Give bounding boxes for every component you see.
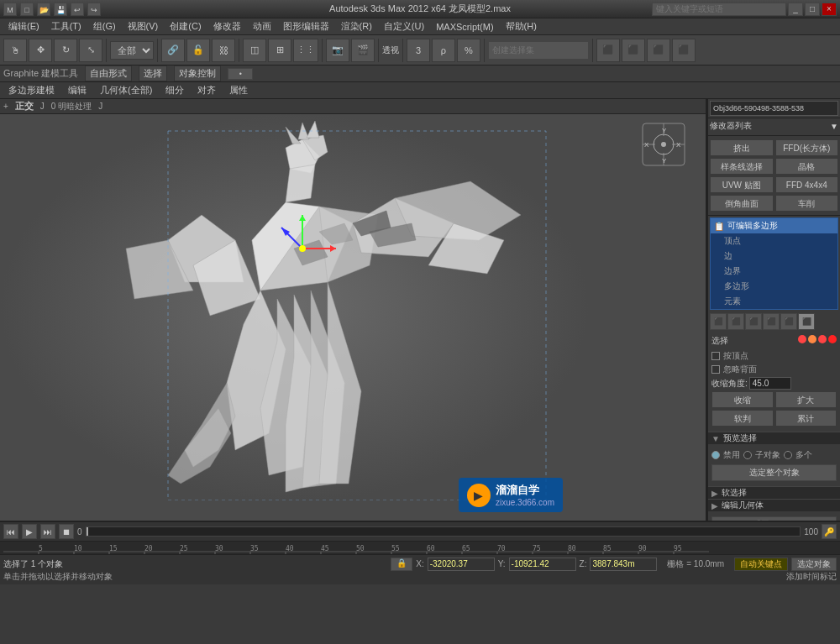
timeline-stop[interactable]: ⏹ [59,524,74,539]
mod-bevel-btn[interactable]: 倒角曲面 [710,195,774,212]
modifier-polygon[interactable]: 多边形 [711,279,837,294]
menu-animation[interactable]: 动画 [248,19,276,34]
timeline-next-key[interactable]: ⏭ [40,524,55,539]
soft-select-header[interactable]: ▶ 软选择 [708,486,840,499]
checkbox-back[interactable] [711,365,720,374]
count-btn[interactable]: 累计 [775,410,837,427]
timeline-prev-key[interactable]: ⏮ [3,524,18,539]
tool-link[interactable]: 🔗 [161,39,185,62]
mod-spline-btn[interactable]: 样条线选择 [710,158,774,175]
modifier-editable-poly[interactable]: 📋可编辑多边形 [711,218,837,233]
z-coord-input[interactable] [590,558,657,571]
checkbox-vertex[interactable] [711,352,720,360]
tool-unlink[interactable]: 🔓 [186,39,210,62]
radio-multi-btn[interactable] [784,451,792,459]
shrink-angle-input[interactable] [749,377,791,390]
tool-misc3[interactable]: ⬛ [647,39,670,62]
preview-select-header[interactable]: ▼ 预览选择 [708,432,840,444]
mod-uvw-btn[interactable]: UVW 贴图 [710,176,774,193]
select-whole-btn[interactable]: 选定整个对象 [711,464,837,481]
maximize-button[interactable]: □ [805,3,820,16]
menu-help[interactable]: 帮助(H) [501,19,542,34]
reset-btn[interactable]: 重置 1 一个 [711,516,837,521]
sub-properties[interactable]: 属性 [224,83,253,97]
tool-cam[interactable]: 📷 [326,39,349,62]
radio-subobj-btn[interactable] [743,451,752,459]
obj-control-btn[interactable]: 对象控制 [174,65,221,81]
sub-edit[interactable]: 编辑 [63,83,92,97]
shrink-btn[interactable]: 收缩 [711,391,774,408]
menu-create[interactable]: 创建(C) [165,19,206,34]
search-input[interactable] [652,3,786,16]
undo-icon[interactable]: ↩ [71,3,84,16]
tool-rotate[interactable]: ↻ [54,39,77,62]
viewport[interactable]: + 正交 J 0 明暗处理 J Total Polys: 5,246 Verts… [0,99,707,521]
tool-misc4[interactable]: ⬛ [672,39,696,62]
render-region[interactable]: ρ [432,39,455,62]
save-icon[interactable]: 💾 [54,3,67,16]
free-form-btn[interactable]: 自由形式 [85,65,132,81]
object-name-input[interactable] [710,101,838,116]
mod-tool-6[interactable]: ⬛ [798,313,815,330]
soft-btn[interactable]: 软判 [711,410,774,427]
menu-tools[interactable]: 工具(T) [46,19,87,34]
menu-customize[interactable]: 自定义(U) [379,19,429,34]
mod-lathe-btn[interactable]: 车削 [775,195,839,212]
tool-align[interactable]: ⊞ [268,39,291,62]
timeline-play[interactable]: ▶ [22,524,37,539]
new-icon[interactable]: □ [20,3,34,16]
tool-mirror[interactable]: ◫ [243,39,266,62]
modifier-vertex[interactable]: 顶点 [711,233,837,249]
render-btn[interactable]: 3 [407,39,430,62]
menu-render[interactable]: 渲染(R) [336,19,377,34]
graphite-extra-btn[interactable]: • [228,68,253,80]
sub-align[interactable]: 对齐 [192,83,221,97]
sub-polygon-modeling[interactable]: 多边形建模 [3,83,60,97]
minimize-button[interactable]: _ [788,3,803,16]
select-obj-btn[interactable]: 选定对象 [791,558,837,571]
modifier-element[interactable]: 元素 [711,294,837,309]
tool-bind[interactable]: ⛓ [212,39,235,62]
menu-modifier[interactable]: 修改器 [208,19,246,34]
menu-graph-editor[interactable]: 图形编辑器 [278,19,334,34]
tool-select[interactable]: 🖱 [3,39,27,62]
select-filter-dropdown[interactable]: 全部 [110,41,154,60]
select-btn[interactable]: 选择 [139,65,167,81]
y-coord-input[interactable] [509,558,576,571]
create-selection-input[interactable] [488,41,589,60]
tool-move[interactable]: ✥ [29,39,52,62]
lock-icon[interactable]: 🔒 [391,558,412,571]
sub-subdivide[interactable]: 细分 [160,83,189,97]
expand-btn[interactable]: 扩大 [775,391,837,408]
sub-geometry-all[interactable]: 几何体(全部) [95,83,157,97]
timeline-scrubber[interactable] [86,526,801,537]
mod-tool-5[interactable]: ⬛ [780,313,797,330]
tool-misc1[interactable]: ⬛ [596,39,620,62]
menu-view[interactable]: 视图(V) [123,19,164,34]
modifier-edge[interactable]: 边 [711,249,837,264]
menu-maxscript[interactable]: MAXScript(M) [431,21,498,33]
menu-group[interactable]: 组(G) [88,19,121,34]
redo-icon[interactable]: ↪ [87,3,101,16]
menu-edit[interactable]: 编辑(E) [3,19,45,34]
add-time-tag[interactable]: 添加时间标记 [786,571,837,583]
mod-tool-1[interactable]: ⬛ [710,313,727,330]
mod-tool-2[interactable]: ⬛ [727,313,744,330]
mod-ffd-btn[interactable]: FFD(长方体) [775,139,839,156]
tool-misc2[interactable]: ⬛ [622,39,645,62]
modifier-dropdown-arrow[interactable]: ▼ [830,122,838,131]
mod-ffd4-btn[interactable]: FFD 4x4x4 [775,176,839,193]
tool-render[interactable]: 🎬 [351,39,375,62]
open-icon[interactable]: 📂 [37,3,50,16]
mod-tool-4[interactable]: ⬛ [763,313,780,330]
modifier-border[interactable]: 边界 [711,264,837,279]
tool-array[interactable]: ⋮⋮ [293,39,318,62]
auto-key-btn[interactable]: 自动关键点 [734,558,788,571]
x-coord-input[interactable] [428,558,495,571]
render-active[interactable]: % [457,39,480,62]
mod-extrude-btn[interactable]: 挤出 [710,139,774,156]
tool-scale[interactable]: ⤡ [79,39,102,62]
mod-lattice-btn[interactable]: 晶格 [775,158,839,175]
timeline-key[interactable]: 🔑 [822,524,837,539]
radio-disable-btn[interactable] [711,451,720,459]
